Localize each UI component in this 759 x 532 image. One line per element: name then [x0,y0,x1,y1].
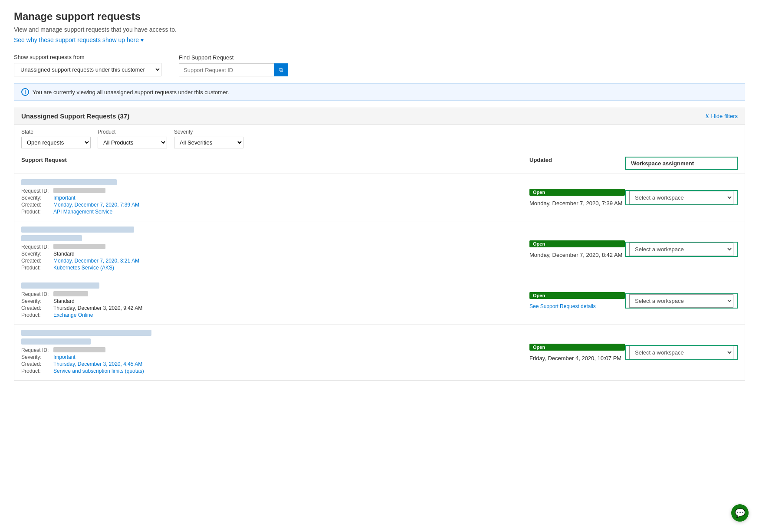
table-row: Request ID: Severity: Standard Created: … [14,221,745,277]
info-banner: i You are currently viewing all unassign… [14,83,745,101]
workspace-select-3[interactable]: Select a workspace [629,294,733,308]
workspace-select-2[interactable]: Select a workspace [629,243,733,256]
support-requests-table: Unassigned Support Requests (37) ⊻ Hide … [14,108,745,381]
state-filter-label: State [21,129,91,135]
updated-date-2: Monday, December 7, 2020, 8:42 AM [529,252,625,258]
row-info-2: Request ID: Severity: Standard Created: … [21,227,529,272]
filter-icon: ⊻ [705,113,710,119]
severity-filter-select[interactable]: All Severities [174,137,243,148]
product-filter: Product All Products [98,129,167,148]
request-title-blurred-1 [21,179,117,185]
info-icon: i [21,88,29,96]
col-header-request: Support Request [21,157,529,170]
row-info-4: Request ID: Severity: Important Created:… [21,330,529,375]
col-header-updated: Updated [529,157,625,170]
created-2[interactable]: Monday, December 7, 2020, 3:21 AM [53,258,139,264]
status-badge-3: Open [529,292,625,299]
updated-3: Open See Support Request details [529,292,625,309]
table-col-headers: Support Request Updated Workspace assign… [14,153,745,174]
row-info-1: Request ID: Severity: Important Created:… [21,179,529,216]
state-filter-select[interactable]: Open requests [21,137,91,148]
status-badge-2: Open [529,240,625,247]
workspace-select-4[interactable]: Select a workspace [629,346,733,359]
product-2[interactable]: Kubernetes Service (AKS) [53,265,114,271]
col-header-workspace: Workspace assignment [625,157,738,170]
search-button[interactable]: ⧉ [274,63,288,76]
workspace-col-1: Select a workspace [625,190,738,205]
find-request-label: Find Support Request [179,54,288,61]
show-requests-select[interactable]: Unassigned support requests under this c… [14,63,161,76]
info-banner-text: You are currently viewing all unassigned… [33,89,229,95]
request-id-blurred-3 [53,291,88,296]
search-input[interactable] [179,63,274,76]
workspace-select-1[interactable]: Select a workspace [629,191,733,204]
request-title-blurred-2a [21,227,134,233]
product-1[interactable]: API Management Service [53,209,112,215]
workspace-col-3: Select a workspace [625,293,738,309]
workspace-col-4: Select a workspace [625,345,738,360]
row-info-3: Request ID: Severity: Standard Created: … [21,282,529,319]
search-input-row: ⧉ [179,63,288,76]
created-1[interactable]: Monday, December 7, 2020, 7:39 AM [53,202,139,208]
updated-1: Open Monday, December 7, 2020, 7:39 AM [529,189,625,207]
severity-2: Standard [53,251,75,257]
external-link-icon: ⧉ [279,66,283,73]
table-header: Unassigned Support Requests (37) ⊻ Hide … [14,108,745,125]
created-4[interactable]: Thursday, December 3, 2020, 4:45 AM [53,361,142,367]
request-id-blurred-2 [53,244,105,249]
product-3[interactable]: Exchange Online [53,312,93,318]
column-filters: State Open requests Product All Products… [14,125,745,153]
updated-2: Open Monday, December 7, 2020, 8:42 AM [529,240,625,258]
status-badge-1: Open [529,189,625,196]
updated-date-1: Monday, December 7, 2020, 7:39 AM [529,200,625,207]
page-title: Manage support requests [14,10,745,23]
severity-filter: Severity All Severities [174,129,243,148]
product-filter-select[interactable]: All Products [98,137,167,148]
product-filter-label: Product [98,129,167,135]
created-3: Thursday, December 3, 2020, 9:42 AM [53,305,142,311]
table-row: Request ID: Severity: Standard Created: … [14,277,745,325]
status-badge-4: Open [529,344,625,351]
request-id-blurred-1 [53,188,105,193]
request-title-blurred-4a [21,330,151,336]
severity-filter-label: Severity [174,129,243,135]
product-4[interactable]: Service and subscription limits (quotas) [53,368,144,374]
request-title-blurred-4b [21,338,91,345]
request-id-blurred-4 [53,347,105,352]
page-subtitle: View and manage support requests that yo… [14,26,745,33]
filters-row: Show support requests from Unassigned su… [14,54,745,76]
hide-filters-button[interactable]: ⊻ Hide filters [705,113,738,119]
request-title-blurred-3 [21,282,99,289]
see-why-link[interactable]: See why these support requests show up h… [14,36,144,43]
show-requests-label: Show support requests from [14,54,161,60]
chevron-down-icon: ▾ [141,36,144,43]
severity-3: Standard [53,298,75,304]
show-requests-filter: Show support requests from Unassigned su… [14,54,161,76]
updated-4: Open Friday, December 4, 2020, 10:07 PM [529,344,625,361]
severity-4[interactable]: Important [53,354,76,360]
workspace-col-2: Select a workspace [625,242,738,257]
find-request-group: Find Support Request ⧉ [179,54,288,76]
table-title: Unassigned Support Requests (37) [21,112,129,120]
severity-1[interactable]: Important [53,195,76,201]
table-row: Request ID: Severity: Important Created:… [14,174,745,221]
request-title-blurred-2b [21,235,82,241]
table-row: Request ID: Severity: Important Created:… [14,325,745,380]
state-filter: State Open requests [21,129,91,148]
updated-link-3[interactable]: See Support Request details [529,303,625,309]
updated-date-4: Friday, December 4, 2020, 10:07 PM [529,355,625,361]
